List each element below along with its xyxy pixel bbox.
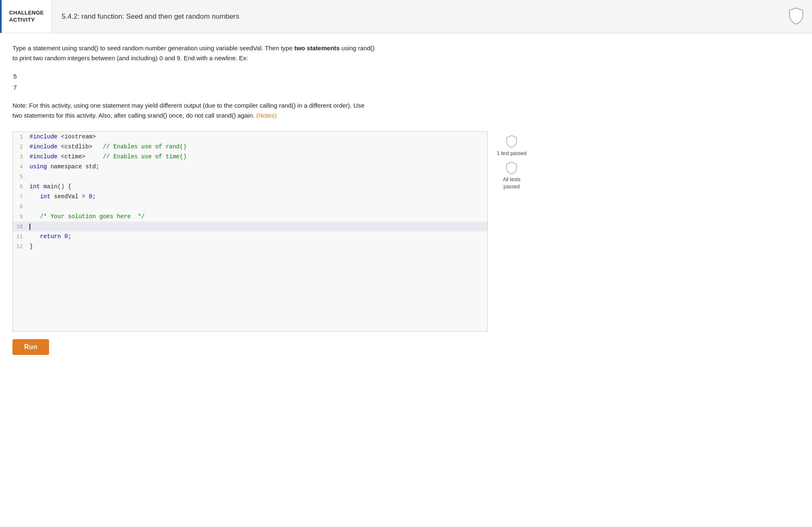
test-2-label: All tests passed — [495, 176, 528, 190]
line-num-5: 5 — [13, 174, 28, 180]
example-line-1: 5 — [13, 71, 528, 82]
code-line-16 — [13, 281, 487, 291]
line-content-9: /* Your solution goes here */ — [28, 213, 145, 220]
test-1-label: 1 test passed — [497, 150, 527, 157]
test-badges: 1 test passed All tests passed — [495, 135, 528, 190]
description: Type a statement using srand() to seed r… — [12, 43, 528, 63]
header-title: 5.4.2: rand function: Seed and then get … — [52, 12, 249, 21]
line-content-8 — [28, 203, 33, 210]
code-line-19 — [13, 311, 487, 321]
line-content-5 — [28, 173, 33, 180]
line-num-10: 10 — [13, 224, 28, 230]
code-line-3: 3 #include <ctime> // Enables use of tim… — [13, 152, 487, 162]
code-line-5: 5 — [13, 172, 487, 182]
line-content-4: using namespace std; — [28, 163, 99, 170]
code-line-13 — [13, 251, 487, 261]
test-badge-1: 1 test passed — [497, 135, 527, 157]
note-text: Note: For this activity, using one state… — [12, 102, 364, 119]
test-badge-2: All tests passed — [495, 161, 528, 190]
code-line-7: 7 int seedVal = 0; — [13, 192, 487, 202]
line-content-11: return 0; — [28, 233, 71, 240]
example-line-2: 7 — [13, 82, 528, 93]
line-num-1: 1 — [13, 134, 28, 140]
challenge-label: CHALLENGEACTIVITY — [0, 0, 52, 33]
code-line-14 — [13, 261, 487, 271]
code-line-11: 11 return 0; — [13, 231, 487, 241]
line-num-7: 7 — [13, 194, 28, 200]
line-content-7: int seedVal = 0; — [28, 193, 96, 200]
code-line-8: 8 — [13, 202, 487, 212]
run-button[interactable]: Run — [12, 339, 49, 355]
line-content-6: int main() { — [28, 183, 71, 190]
line-content-1: #include <iostream> — [28, 133, 96, 140]
challenge-label-text: CHALLENGEACTIVITY — [9, 10, 44, 24]
code-line-2: 2 #include <cstdlib> // Enables use of r… — [13, 142, 487, 152]
code-line-1: 1 #include <iostream> — [13, 132, 487, 142]
code-line-10[interactable]: 10 — [13, 222, 487, 231]
editor-container: 1 #include <iostream> 2 #include <cstdli… — [12, 131, 528, 332]
line-num-3: 3 — [13, 154, 28, 160]
main-content: Type a statement using srand() to seed r… — [0, 33, 540, 363]
note: Note: For this activity, using one state… — [12, 101, 528, 121]
code-line-12: 12 } — [13, 241, 487, 251]
code-line-6: 6 int main() { — [13, 182, 487, 192]
line-num-9: 9 — [13, 214, 28, 220]
description-text-before: Type a statement using srand() to seed r… — [12, 44, 294, 52]
header-shield-icon — [789, 7, 804, 26]
line-num-12: 12 — [13, 244, 28, 250]
line-content-10 — [28, 223, 30, 230]
line-content-2: #include <cstdlib> // Enables use of ran… — [28, 143, 187, 150]
line-num-2: 2 — [13, 144, 28, 150]
code-line-4: 4 using namespace std; — [13, 162, 487, 172]
code-line-9: 9 /* Your solution goes here */ — [13, 212, 487, 222]
example-output: 5 7 — [13, 71, 528, 93]
code-line-15 — [13, 271, 487, 281]
line-content-3: #include <ctime> // Enables use of time(… — [28, 153, 187, 160]
code-line-17 — [13, 291, 487, 301]
run-section: Run — [12, 339, 528, 355]
line-num-4: 4 — [13, 164, 28, 170]
notes-link[interactable]: (Notes) — [256, 112, 277, 119]
code-editor[interactable]: 1 #include <iostream> 2 #include <cstdli… — [12, 131, 488, 332]
code-line-20 — [13, 321, 487, 331]
test-1-shield-icon — [506, 135, 517, 150]
line-num-11: 11 — [13, 234, 28, 240]
header: CHALLENGEACTIVITY 5.4.2: rand function: … — [0, 0, 812, 33]
line-content-12: } — [28, 243, 33, 250]
line-num-8: 8 — [13, 204, 28, 210]
code-line-18 — [13, 301, 487, 311]
header-left: CHALLENGEACTIVITY 5.4.2: rand function: … — [0, 0, 249, 33]
line-num-6: 6 — [13, 184, 28, 190]
description-bold: two statements — [294, 44, 340, 52]
test-2-shield-icon — [506, 161, 517, 177]
